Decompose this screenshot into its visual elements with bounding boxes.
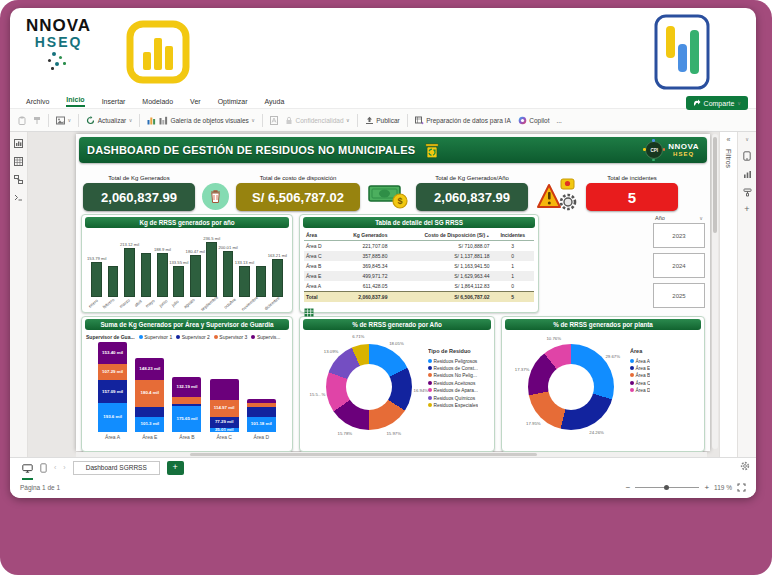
zoom-slider-thumb[interactable] bbox=[664, 485, 669, 490]
menu-item-modelado[interactable]: Modelado bbox=[142, 98, 173, 107]
year-option-2024[interactable]: 2024 bbox=[653, 253, 705, 278]
desktop-view-icon[interactable] bbox=[22, 459, 33, 477]
more-options-button[interactable]: ... bbox=[556, 117, 561, 124]
mobile-view-icon[interactable] bbox=[40, 459, 47, 477]
stacked-segment[interactable]: 132.19 mil bbox=[172, 377, 201, 397]
donut-ring[interactable] bbox=[528, 344, 614, 430]
visualizations-pane-icon[interactable] bbox=[743, 170, 752, 179]
stacked-segment[interactable] bbox=[135, 407, 164, 417]
filters-pane-collapsed[interactable]: « Filtros bbox=[719, 132, 737, 457]
column-header[interactable]: Incidentes bbox=[491, 230, 534, 241]
publish-button[interactable]: Publicar bbox=[365, 116, 400, 125]
mobile-layout-icon[interactable] bbox=[743, 151, 751, 161]
format-painter-button[interactable] bbox=[33, 116, 41, 125]
menu-item-ayuda[interactable]: Ayuda bbox=[265, 98, 285, 107]
zoom-in-button[interactable]: + bbox=[704, 483, 709, 492]
stacked-segment[interactable]: 153.40 mil bbox=[98, 342, 127, 365]
bar[interactable] bbox=[173, 266, 184, 297]
table-visual-icon[interactable] bbox=[304, 308, 314, 317]
chevron-down-icon[interactable]: ∨ bbox=[745, 136, 749, 142]
stacked-bar[interactable]: 25.01 mil77.29 mil114.97 mil bbox=[210, 379, 239, 432]
sensitivity-button[interactable]: Confidencialidad ∨ bbox=[285, 116, 350, 125]
donut-ring[interactable] bbox=[326, 344, 412, 430]
legend-item[interactable]: Supervisor 2 bbox=[176, 334, 210, 340]
kpi-value-card[interactable]: S/ 6,506,787.02 bbox=[236, 183, 360, 211]
table-row[interactable]: Área A611,428.05S/ 1,864,112.830 bbox=[304, 281, 534, 292]
year-option-2025[interactable]: 2025 bbox=[653, 283, 705, 308]
format-pane-icon[interactable] bbox=[743, 188, 752, 197]
add-page-button[interactable]: + bbox=[167, 461, 184, 475]
column-header[interactable]: Costo de Disposición (S/) ▲ bbox=[389, 230, 491, 241]
menu-item-archivo[interactable]: Archivo bbox=[26, 98, 49, 107]
data-view-icon[interactable] bbox=[14, 157, 23, 166]
stacked-segment[interactable]: 25.01 mil bbox=[210, 428, 239, 432]
table-row[interactable]: Área D221,707.08S/ 710,888.073 bbox=[304, 241, 534, 252]
refresh-button[interactable]: Actualizar ∨ bbox=[86, 116, 132, 125]
paste-button[interactable] bbox=[18, 116, 26, 125]
stacked-segment[interactable]: 101.3 mil bbox=[135, 417, 164, 432]
page-tab-dashboard-sgrrss[interactable]: Dashboard SGRRSS bbox=[73, 461, 160, 475]
bar[interactable] bbox=[108, 266, 119, 297]
stacked-segment[interactable]: 175.65 mil bbox=[172, 406, 201, 432]
bar[interactable] bbox=[223, 251, 234, 297]
kpi-value-card[interactable]: 2,060,837.99 bbox=[416, 183, 528, 211]
copilot-button[interactable]: Copilot bbox=[518, 116, 550, 125]
year-option-2023[interactable]: 2023 bbox=[653, 223, 705, 248]
bar[interactable] bbox=[239, 266, 250, 297]
bar[interactable] bbox=[157, 253, 168, 297]
stacked-segment[interactable]: 193.6 mil bbox=[98, 403, 127, 432]
stacked-segment[interactable]: 101.18 mil bbox=[247, 417, 276, 432]
table-row[interactable]: Área B369,845.34S/ 1,163,941.501 bbox=[304, 261, 534, 271]
stacked-bar[interactable]: 101.3 mil180.4 mil148.23 mil bbox=[135, 358, 164, 432]
prev-page-icon[interactable]: ‹ bbox=[54, 464, 56, 471]
text-box-button[interactable] bbox=[270, 116, 278, 125]
menu-item-insertar[interactable]: Insertar bbox=[102, 98, 126, 107]
stacked-segment[interactable]: 148.23 mil bbox=[135, 358, 164, 380]
stacked-segment[interactable] bbox=[247, 407, 276, 417]
legend-item[interactable]: Supervisor 3 bbox=[214, 334, 248, 340]
table-row[interactable]: Área E499,971.72S/ 1,629,963.441 bbox=[304, 271, 534, 281]
stacked-bar[interactable]: 193.6 mil157.09 mil107.29 mil153.40 mil bbox=[98, 342, 127, 432]
bar[interactable] bbox=[256, 266, 267, 297]
legend-item[interactable]: Supervis... bbox=[251, 334, 280, 340]
bar[interactable] bbox=[91, 262, 102, 297]
add-pane-icon[interactable]: + bbox=[744, 206, 749, 212]
gear-icon[interactable] bbox=[740, 461, 750, 471]
menu-item-inicio[interactable]: Inicio bbox=[66, 96, 84, 107]
legend-item[interactable]: Área D bbox=[630, 387, 650, 394]
legend-item[interactable]: Residuos Peligrosos bbox=[428, 358, 478, 365]
column-header[interactable]: Área bbox=[304, 230, 333, 241]
stacked-bar[interactable]: 175.65 mil132.19 mil bbox=[172, 377, 201, 432]
column-header[interactable]: Kg Generados bbox=[333, 230, 389, 241]
zoom-slider[interactable] bbox=[635, 487, 699, 488]
legend-item[interactable]: Residuos Especiales bbox=[428, 402, 478, 409]
stacked-segment[interactable]: 107.29 mil bbox=[98, 364, 127, 380]
stacked-segment[interactable]: 114.97 mil bbox=[210, 400, 239, 417]
share-button[interactable]: Comparte ∨ bbox=[686, 96, 748, 110]
table-row[interactable]: Área C357,885.80S/ 1,137,881.180 bbox=[304, 251, 534, 261]
legend-item[interactable]: Área C bbox=[630, 380, 650, 387]
bar[interactable] bbox=[206, 242, 217, 297]
bar[interactable] bbox=[272, 259, 283, 297]
ai-data-prep-button[interactable]: Preparación de datos para IA bbox=[415, 116, 511, 125]
legend-item[interactable]: Área A bbox=[630, 358, 650, 365]
stacked-segment[interactable]: 180.4 mil bbox=[135, 380, 164, 407]
expand-pane-icon[interactable]: « bbox=[727, 136, 731, 143]
menu-item-ver[interactable]: Ver bbox=[190, 98, 201, 107]
dax-query-view-icon[interactable] bbox=[14, 193, 23, 202]
kpi-value-card[interactable]: 5 bbox=[586, 183, 678, 211]
next-page-icon[interactable]: › bbox=[63, 464, 65, 471]
stacked-segment[interactable]: 157.09 mil bbox=[98, 380, 127, 403]
bar[interactable] bbox=[124, 248, 135, 297]
legend-item[interactable]: Residuos de Const... bbox=[428, 365, 478, 372]
legend-item[interactable]: Área B bbox=[630, 372, 650, 379]
stacked-bar[interactable]: 101.18 mil bbox=[247, 399, 276, 432]
legend-item[interactable]: Residuos No Pelig... bbox=[428, 372, 478, 379]
stacked-segment[interactable] bbox=[172, 397, 201, 404]
legend-item[interactable]: Residuos Aceitosos bbox=[428, 380, 478, 387]
visual-gallery-button[interactable]: Galería de objetos visuales ∨ bbox=[147, 116, 255, 125]
vertical-scrollbar[interactable] bbox=[712, 134, 718, 449]
legend-item[interactable]: Área E bbox=[630, 365, 650, 372]
stacked-segment[interactable] bbox=[210, 379, 239, 400]
model-view-icon[interactable] bbox=[14, 175, 23, 184]
